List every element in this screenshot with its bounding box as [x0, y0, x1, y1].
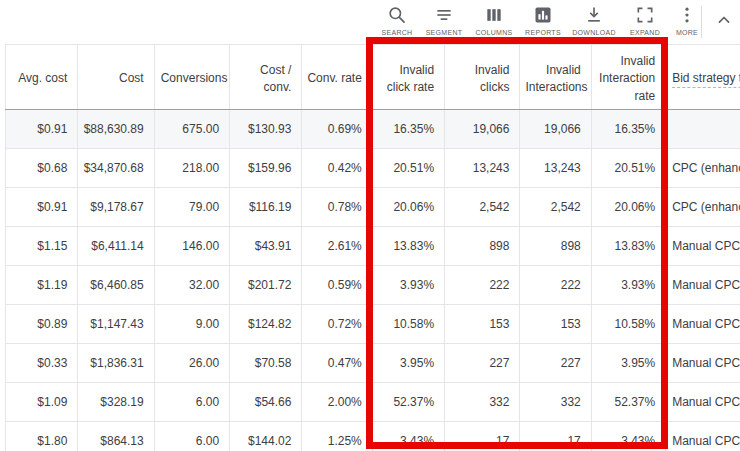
- column-header-avg-cost[interactable]: Avg. cost: [6, 45, 78, 110]
- columns-icon: [484, 4, 504, 26]
- cell-invalid-interactions: 2,542: [520, 188, 591, 227]
- cell-invalid-interaction-rate: 20.06%: [591, 188, 665, 227]
- toolbar-label: EXPAND: [630, 29, 660, 36]
- cell-invalid-interaction-rate: 3.95%: [591, 344, 665, 383]
- column-header-invalid-clicks[interactable]: Invalid clicks: [445, 45, 520, 110]
- toolbar-columns-button[interactable]: COLUMNS: [468, 4, 520, 36]
- column-header-cost-conv[interactable]: Cost / conv.: [230, 45, 302, 110]
- column-header-label: Invalid click rate: [387, 63, 434, 94]
- toolbar-reports-button[interactable]: REPORTS: [520, 4, 566, 36]
- cell-invalid-interactions: 13,243: [520, 149, 591, 188]
- cell-conversions: 6.00: [154, 383, 229, 422]
- cell-cost: $864.13: [78, 422, 154, 451]
- cell-cost: $6,411.14: [78, 227, 154, 266]
- column-header-label: Conversions: [161, 71, 228, 85]
- more-icon: [677, 4, 697, 26]
- cell-bid-strategy-type: CPC (enhanced): [666, 149, 740, 188]
- cell-cost-conv: $116.19: [230, 188, 302, 227]
- cell-conversions: 6.00: [154, 422, 229, 451]
- cell-avg-cost: $0.33: [6, 344, 78, 383]
- toolbar-search-button[interactable]: SEARCH: [374, 4, 420, 36]
- toolbar-expand-button[interactable]: EXPAND: [622, 4, 668, 36]
- cell-cost: $1,836.31: [78, 344, 154, 383]
- toolbar-label: MORE: [676, 29, 698, 36]
- table-row: $0.68$34,870.68218.00$159.960.42%20.51%1…: [6, 149, 740, 188]
- cell-bid-strategy-type: Manual CPC: [666, 305, 740, 344]
- cell-conv-rate: 2.61%: [302, 227, 372, 266]
- cell-conversions: 146.00: [154, 227, 229, 266]
- cell-invalid-clicks: 13,243: [445, 149, 520, 188]
- segment-icon: [434, 4, 454, 26]
- cell-conv-rate: 0.47%: [302, 344, 372, 383]
- cell-conv-rate: 1.25%: [302, 422, 372, 451]
- cell-cost: $9,178.67: [78, 188, 154, 227]
- cell-cost: $88,630.89: [78, 110, 154, 149]
- toolbar-label: REPORTS: [525, 29, 561, 36]
- cell-conv-rate: 0.42%: [302, 149, 372, 188]
- toolbar-label: SEARCH: [382, 29, 413, 36]
- cell-invalid-click-rate: 10.58%: [372, 305, 444, 344]
- cell-conversions: 79.00: [154, 188, 229, 227]
- table-row: $0.89$1,147.439.00$124.820.72%10.58%1531…: [6, 305, 740, 344]
- cell-invalid-clicks: 19,066: [445, 110, 520, 149]
- toolbar-segment-button[interactable]: SEGMENT: [420, 4, 468, 36]
- cell-invalid-interactions: 898: [520, 227, 591, 266]
- column-header-invalid-interaction-rate[interactable]: Invalid Interaction rate: [591, 45, 665, 110]
- cell-invalid-interaction-rate: 52.37%: [591, 383, 665, 422]
- search-icon: [387, 4, 407, 26]
- toolbar-download-button[interactable]: DOWNLOAD: [566, 4, 622, 36]
- cell-invalid-clicks: 2,542: [445, 188, 520, 227]
- cell-invalid-interaction-rate: 16.35%: [591, 110, 665, 149]
- cell-conversions: 9.00: [154, 305, 229, 344]
- cell-invalid-interactions: 227: [520, 344, 591, 383]
- cell-invalid-interaction-rate: 3.93%: [591, 266, 665, 305]
- cell-invalid-click-rate: 16.35%: [372, 110, 444, 149]
- cell-conversions: 675.00: [154, 110, 229, 149]
- chevron-up-icon: [714, 10, 734, 30]
- column-header-bid-strategy-type[interactable]: Bid strategy type: [666, 45, 740, 110]
- stats-table: Avg. costCostConversionsCost / conv.Conv…: [5, 44, 740, 451]
- cell-conversions: 32.00: [154, 266, 229, 305]
- cell-conversions: 26.00: [154, 344, 229, 383]
- cell-invalid-clicks: 17: [445, 422, 520, 451]
- column-header-invalid-click-rate[interactable]: Invalid click rate: [372, 45, 444, 110]
- table-row: $1.80$864.136.00$144.021.25%3.43%17173.4…: [6, 422, 740, 451]
- totals-row: $0.91$88,630.89675.00$130.930.69%16.35%1…: [6, 110, 740, 149]
- cell-bid-strategy-type: Manual CPC: [666, 344, 740, 383]
- cell-avg-cost: $0.91: [6, 110, 78, 149]
- table-row: $0.33$1,836.3126.00$70.580.47%3.95%22722…: [6, 344, 740, 383]
- cell-invalid-click-rate: 3.93%: [372, 266, 444, 305]
- cell-invalid-interaction-rate: 3.43%: [591, 422, 665, 451]
- cell-invalid-interactions: 19,066: [520, 110, 591, 149]
- column-header-label: Cost: [119, 71, 144, 85]
- table-row: $1.09$328.196.00$54.662.00%52.37%3323325…: [6, 383, 740, 422]
- cell-cost-conv: $124.82: [230, 305, 302, 344]
- cell-conv-rate: 2.00%: [302, 383, 372, 422]
- cell-invalid-click-rate: 52.37%: [372, 383, 444, 422]
- cell-invalid-clicks: 153: [445, 305, 520, 344]
- collapse-table-button[interactable]: [710, 8, 738, 32]
- cell-invalid-click-rate: 3.95%: [372, 344, 444, 383]
- cell-cost: $6,460.85: [78, 266, 154, 305]
- cell-bid-strategy-type: CPC (enhanced): [666, 188, 740, 227]
- column-header-invalid-interactions[interactable]: Invalid Interactions: [520, 45, 591, 110]
- cell-conv-rate: 0.69%: [302, 110, 372, 149]
- cell-invalid-click-rate: 3.43%: [372, 422, 444, 451]
- table-toolbar: SEARCHSEGMENTCOLUMNSREPORTSDOWNLOADEXPAN…: [374, 4, 706, 36]
- reports-icon: [533, 4, 553, 26]
- column-header-conv-rate[interactable]: Conv. rate: [302, 45, 372, 110]
- cell-avg-cost: $1.80: [6, 422, 78, 451]
- cell-bid-strategy-type: Manual CPC: [666, 227, 740, 266]
- cell-invalid-click-rate: 20.06%: [372, 188, 444, 227]
- cell-invalid-interaction-rate: 10.58%: [591, 305, 665, 344]
- cell-invalid-interaction-rate: 13.83%: [591, 227, 665, 266]
- column-header-label: Conv. rate: [307, 71, 361, 85]
- cell-conv-rate: 0.59%: [302, 266, 372, 305]
- cell-invalid-clicks: 898: [445, 227, 520, 266]
- column-header-cost[interactable]: Cost: [78, 45, 154, 110]
- column-header-label: Invalid Interaction rate: [599, 54, 655, 103]
- column-header-label: Invalid Interactions: [525, 63, 587, 94]
- toolbar-label: SEGMENT: [426, 29, 463, 36]
- cell-cost-conv: $144.02: [230, 422, 302, 451]
- column-header-conversions[interactable]: Conversions: [154, 45, 229, 110]
